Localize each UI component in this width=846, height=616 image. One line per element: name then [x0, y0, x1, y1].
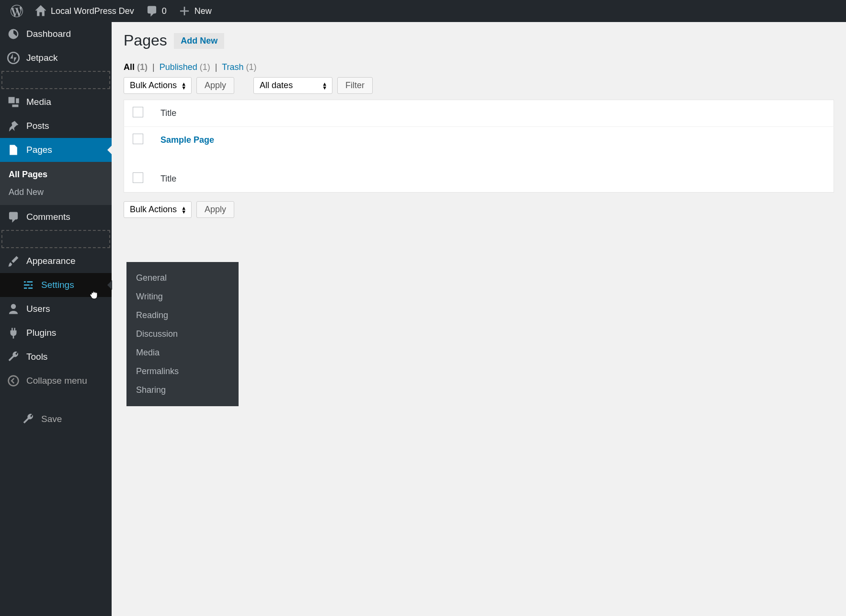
- jetpack-label: Jetpack: [26, 53, 57, 63]
- sidebar-item-users[interactable]: Users: [0, 297, 112, 321]
- plug-icon: [7, 327, 20, 339]
- comments-icon: [7, 211, 20, 223]
- site-name: Local WordPress Dev: [51, 6, 134, 16]
- filter-trash[interactable]: Trash (1): [222, 62, 256, 72]
- wrench-icon: [22, 413, 34, 425]
- select-all-checkbox-bottom[interactable]: [133, 172, 143, 183]
- jetpack-icon: [7, 52, 20, 64]
- tablenav-bottom: Bulk Actions ▲▼ Apply: [124, 201, 834, 218]
- dashboard-icon: [7, 28, 20, 40]
- select-arrows-icon: ▲▼: [181, 206, 186, 214]
- column-title-footer: Title: [152, 166, 834, 193]
- sidebar-item-jetpack[interactable]: Jetpack: [0, 46, 112, 70]
- apply-button-bottom[interactable]: Apply: [196, 201, 234, 218]
- page-icon: [7, 144, 20, 156]
- filter-button[interactable]: Filter: [337, 77, 373, 94]
- svg-point-0: [8, 52, 19, 63]
- page-title: Pages: [124, 32, 167, 49]
- sidebar-item-plugins[interactable]: Plugins: [0, 321, 112, 345]
- sidebar-item-tools[interactable]: Tools: [0, 345, 112, 369]
- new-label: New: [194, 6, 212, 16]
- pages-table: Title Sample Page Title: [124, 100, 834, 193]
- new-content-link[interactable]: New: [172, 0, 217, 22]
- apply-button[interactable]: Apply: [196, 77, 234, 94]
- comment-count: 0: [162, 6, 167, 16]
- column-title[interactable]: Title: [152, 100, 834, 127]
- date-filter-select[interactable]: All dates ▲▼: [253, 77, 332, 94]
- tablenav-top: Bulk Actions ▲▼ Apply All dates ▲▼ Filte…: [124, 77, 834, 94]
- bulk-actions-select[interactable]: Bulk Actions ▲▼: [124, 77, 192, 94]
- posts-label: Posts: [26, 121, 49, 131]
- filter-published[interactable]: Published (1): [160, 62, 210, 72]
- dashboard-label: Dashboard: [26, 29, 71, 39]
- select-all-checkbox[interactable]: [133, 107, 143, 117]
- sidebar-item-save[interactable]: Save: [0, 407, 112, 431]
- media-icon: [7, 96, 20, 108]
- appearance-label: Appearance: [26, 256, 75, 266]
- brush-icon: [7, 255, 20, 267]
- bulk-actions-select-bottom[interactable]: Bulk Actions ▲▼: [124, 201, 192, 218]
- pages-submenu: All Pages Add New: [0, 162, 112, 205]
- wordpress-icon: [11, 5, 23, 17]
- collapse-label: Collapse menu: [26, 376, 87, 386]
- admin-bar: Local WordPress Dev 0 New: [0, 0, 846, 22]
- status-filters: All (1) | Published (1) | Trash (1): [124, 62, 834, 72]
- select-arrows-icon: ▲▼: [322, 82, 327, 90]
- user-icon: [7, 303, 20, 315]
- sidebar-item-appearance[interactable]: Appearance: [0, 249, 112, 273]
- svg-point-1: [9, 376, 19, 386]
- site-link[interactable]: Local WordPress Dev: [29, 0, 140, 22]
- sidebar-item-pages[interactable]: Pages: [0, 138, 112, 162]
- sidebar-item-comments[interactable]: Comments: [0, 205, 112, 229]
- sidebar-collapse[interactable]: Collapse menu: [0, 369, 112, 393]
- admin-sidebar: Dashboard Jetpack Media Posts Pages All …: [0, 22, 112, 616]
- sliders-icon: [22, 279, 34, 291]
- wrench-icon: [7, 351, 20, 363]
- sidebar-item-dashboard[interactable]: Dashboard: [0, 22, 112, 46]
- select-arrows-icon: ▲▼: [181, 82, 186, 90]
- menu-drop-zone: [1, 71, 110, 89]
- settings-label: Settings: [41, 280, 74, 290]
- pages-label: Pages: [26, 145, 52, 155]
- plus-icon: [178, 5, 191, 17]
- sidebar-item-media[interactable]: Media: [0, 90, 112, 114]
- filter-all[interactable]: All (1): [124, 62, 148, 72]
- grab-cursor-icon: [89, 289, 100, 300]
- collapse-icon: [7, 375, 20, 387]
- table-row: Sample Page: [124, 127, 834, 166]
- plugins-label: Plugins: [26, 328, 56, 338]
- tools-label: Tools: [26, 352, 47, 362]
- comments-link[interactable]: 0: [140, 0, 172, 22]
- media-label: Media: [26, 97, 51, 107]
- add-new-button[interactable]: Add New: [174, 33, 224, 49]
- main-content: Pages Add New All (1) | Published (1) | …: [112, 22, 846, 616]
- row-title-link[interactable]: Sample Page: [160, 135, 214, 145]
- users-label: Users: [26, 304, 50, 314]
- comment-icon: [146, 5, 158, 17]
- menu-drop-zone: [1, 230, 110, 248]
- home-icon: [34, 5, 47, 17]
- submenu-add-new[interactable]: Add New: [0, 183, 112, 201]
- sidebar-item-posts[interactable]: Posts: [0, 114, 112, 138]
- pin-icon: [7, 120, 20, 132]
- save-label: Save: [41, 414, 62, 424]
- row-checkbox[interactable]: [133, 134, 143, 144]
- submenu-all-pages[interactable]: All Pages: [0, 166, 112, 183]
- comments-label: Comments: [26, 212, 70, 222]
- wp-logo[interactable]: [5, 0, 29, 22]
